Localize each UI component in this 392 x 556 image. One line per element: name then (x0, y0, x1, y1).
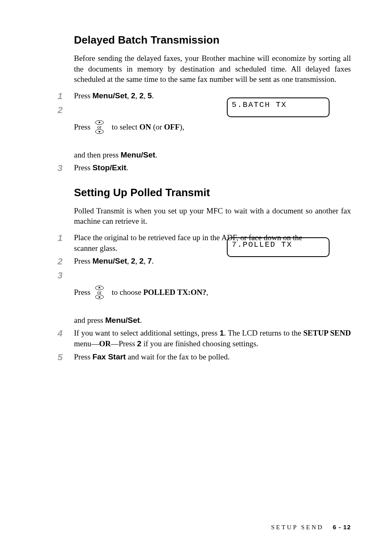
text: . (152, 91, 154, 100)
step-number: 2 (58, 104, 74, 116)
key-2: 2 (137, 339, 142, 348)
step-number: 4 (58, 328, 74, 339)
page-footer: SETUP SEND 6 - 12 (271, 523, 351, 531)
text: . (140, 316, 142, 324)
text: . The LCD returns to the (224, 329, 303, 337)
or-label: or (97, 124, 102, 130)
text: Press (74, 257, 92, 265)
option-on: ON (139, 122, 151, 132)
text: (or (151, 122, 164, 132)
up-down-or-icon: or (93, 270, 109, 315)
key-menu-set: Menu/Set (92, 257, 127, 265)
step-2-3: 3 Press or to choose POLLED TX:ON?, and … (58, 270, 351, 326)
key-2: 2 (131, 257, 136, 265)
step-1-3: 3 Press Stop/Exit. (58, 162, 351, 174)
option-polled-tx-on: POLLED TX:ON? (143, 287, 206, 298)
step-number: 3 (58, 162, 74, 174)
text: Press (74, 163, 92, 172)
text: —Press (111, 339, 137, 348)
step-2-5: 5 Press Fax Start and wait for the fax t… (58, 352, 351, 363)
text: . (152, 257, 154, 265)
key-7: 7 (148, 257, 152, 265)
step-number: 1 (58, 232, 74, 244)
text: , (143, 91, 148, 100)
text: Press (74, 287, 92, 298)
text: , (135, 91, 139, 100)
text: to select (110, 122, 139, 132)
menu-setup-send: SETUP SEND (303, 329, 351, 337)
step-number: 2 (58, 256, 74, 267)
footer-page-number: 6 - 12 (333, 524, 351, 531)
text: , (127, 257, 131, 265)
intro-polled-transmit: Polled Transmit is when you set up your … (74, 206, 351, 227)
key-stop-exit: Stop/Exit (92, 163, 126, 172)
lcd-display-polled: 7.POLLED TX (227, 237, 330, 257)
text: and press (74, 316, 105, 324)
or-text: OR (99, 339, 111, 348)
text: to choose (110, 287, 143, 298)
key-2: 2 (139, 257, 144, 265)
text: If you want to select additional setting… (74, 329, 219, 337)
text: , (206, 287, 208, 298)
text: , (127, 91, 131, 100)
key-menu-set: Menu/Set (120, 151, 155, 159)
heading-delayed-batch: Delayed Batch Transmission (74, 33, 351, 47)
text: Press (74, 91, 92, 100)
text: if you are finished choosing settings. (141, 339, 258, 348)
text: , (135, 257, 139, 265)
text: Press (74, 352, 92, 361)
text: and wait for the fax to be polled. (126, 352, 230, 361)
text: Press (74, 122, 92, 132)
key-2: 2 (131, 91, 136, 100)
key-5: 5 (148, 91, 152, 100)
svg-text:or: or (97, 289, 102, 295)
up-down-or-icon: or (93, 104, 109, 150)
key-fax-start: Fax Start (92, 352, 126, 361)
step-2-2: 2 Press Menu/Set, 2, 2, 7. (58, 256, 351, 267)
heading-polled-transmit: Setting Up Polled Transmit (74, 185, 351, 200)
key-menu-set: Menu/Set (92, 91, 127, 100)
key-menu-set: Menu/Set (105, 316, 140, 324)
key-2: 2 (139, 91, 144, 100)
text: and then press (74, 151, 120, 159)
step-2-4: 4 If you want to select additional setti… (58, 328, 351, 349)
step-number: 5 (58, 352, 74, 363)
text: . (126, 163, 128, 172)
footer-chapter: SETUP SEND (271, 524, 324, 531)
text: ), (180, 122, 184, 132)
step-number: 3 (58, 270, 74, 281)
text: , (143, 257, 148, 265)
option-off: OFF (164, 122, 180, 132)
text: . (155, 151, 157, 159)
step-number: 1 (58, 90, 74, 102)
key-1: 1 (219, 329, 224, 337)
lcd-display-batch: 5.BATCH TX (227, 97, 330, 117)
intro-delayed-batch: Before sending the delayed faxes, your B… (74, 53, 351, 85)
